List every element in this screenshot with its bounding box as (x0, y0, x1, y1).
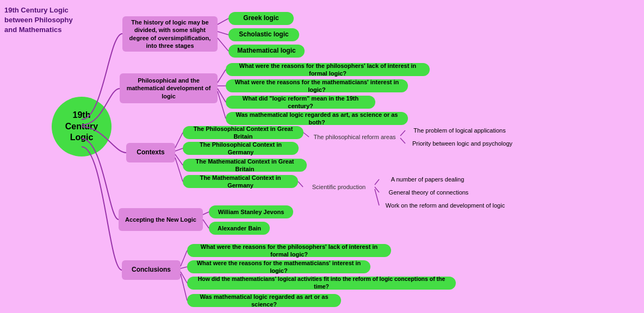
branch3-child1: The Philosophical Context in Great Brita… (183, 126, 304, 139)
top-label: 19th Century Logicbetween Philosophyand … (4, 5, 75, 35)
branch2-child1: What were the reasons for the philosophe… (226, 63, 430, 76)
svg-line-10 (175, 158, 183, 181)
svg-line-2 (218, 38, 228, 51)
branch3-node: Contexts (126, 143, 175, 162)
svg-line-16 (375, 187, 379, 192)
branch2-child4: Was mathematical logic regarded as art, … (226, 112, 408, 125)
svg-line-8 (175, 148, 183, 151)
svg-line-1 (218, 32, 228, 35)
branch5-child3: How did the mathematicians' logical acti… (187, 277, 456, 290)
reform-child1: The problem of logical applications (405, 125, 514, 136)
svg-line-12 (400, 130, 405, 136)
branch5-child4: Was mathematical logic regarded as art o… (187, 294, 341, 307)
branch4-child2: Alexander Bain (209, 222, 270, 235)
svg-line-9 (175, 154, 183, 165)
branch5-node: Conclusions (122, 260, 181, 280)
svg-line-17 (375, 189, 379, 205)
svg-line-23 (181, 274, 187, 301)
branch4-child1: William Stanley Jevons (209, 205, 293, 218)
svg-line-13 (400, 138, 405, 143)
svg-line-0 (218, 18, 228, 24)
reform-child2: Priority between logic and psychology (405, 138, 519, 149)
branch2-child2: What were the reasons for the mathematic… (226, 79, 408, 92)
svg-line-22 (181, 272, 187, 283)
philosophical-reform-label: The philosophical reform areas (309, 130, 400, 143)
branch5-child1: What were the reasons for the philosophe… (187, 244, 391, 257)
svg-line-14 (298, 181, 303, 187)
svg-line-11 (304, 133, 309, 137)
scientific-production-label: Scientific production (303, 180, 375, 193)
sci-child1: A number of papers dealing (379, 174, 476, 185)
branch3-child2: The Philosophical Context in Germany (183, 142, 299, 155)
branch3-child3: The Mathematical Context in Great Britai… (183, 159, 307, 172)
svg-line-3 (218, 70, 226, 83)
svg-line-21 (181, 267, 187, 268)
svg-line-15 (375, 179, 379, 185)
branch4-node: Accepting the New Logic (119, 208, 203, 231)
svg-line-20 (181, 251, 187, 266)
branch3-child4: The Mathematical Context in Germany (183, 175, 298, 188)
svg-line-18 (203, 212, 209, 215)
branch5-child2: What were the reasons for the mathematic… (187, 260, 370, 273)
branch1-child3: Mathematical logic (228, 45, 305, 58)
branch2-node: Philosophical and the mathematical devel… (120, 73, 218, 103)
svg-line-19 (203, 220, 209, 228)
branch1-node: The history of logic may be divided, wit… (122, 16, 218, 52)
sci-child2: General theory of connections (379, 187, 478, 198)
svg-line-6 (218, 91, 226, 118)
center-node: 19thCenturyLogic (52, 97, 112, 156)
branch2-child3: What did "logic reform" mean in the 19th… (226, 96, 375, 109)
branch1-child1: Greek logic (228, 12, 294, 25)
svg-line-7 (175, 133, 183, 148)
svg-line-5 (218, 89, 226, 102)
sci-child3: Work on the reform and development of lo… (379, 200, 511, 211)
branch1-child2: Scholastic logic (228, 28, 299, 41)
